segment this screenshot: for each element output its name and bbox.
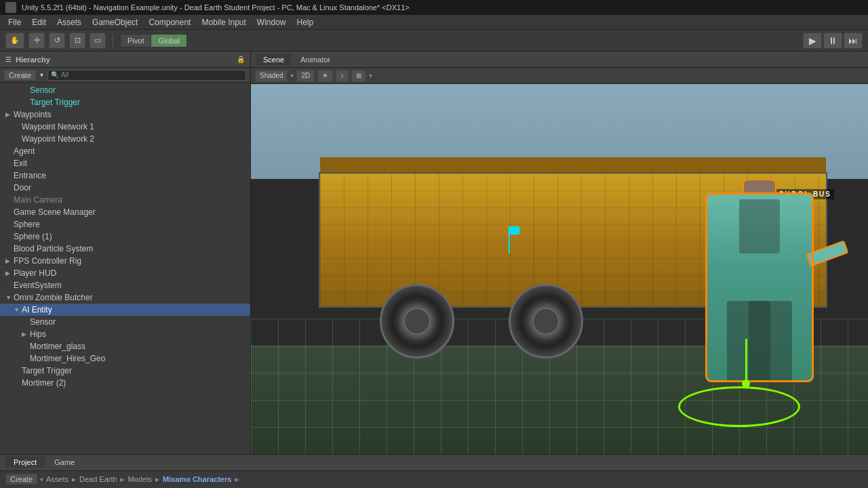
label-waypoint-net-1: Waypoint Network 1 [22,122,94,131]
label-target-trigger: Target Trigger [30,98,80,107]
hierarchy-list: Sensor Target Trigger ▶ Waypoints Waypoi… [0,83,250,454]
scene-flag [509,226,522,253]
label-omni-zombie: Omni Zombie Butcher [14,293,93,302]
label-mortimer-glass: Mortimer_glass [30,342,85,351]
breadcrumb-models[interactable]: Models [128,475,152,483]
list-item-door[interactable]: Door [0,182,250,194]
menu-help[interactable]: Help [292,16,319,28]
list-item-fps-rig[interactable]: ▶ FPS Controller Rig [0,255,250,267]
menu-window[interactable]: Window [252,16,292,28]
menu-assets[interactable]: Assets [52,16,87,28]
pivot-button[interactable]: Pivot [121,35,151,47]
breadcrumb: Assets ► Dead Earth ► Models ► Mixamo Ch… [46,475,240,483]
hierarchy-create-btn[interactable]: Create [4,70,36,81]
scene-header: Scene Animator [251,52,868,68]
menu-file[interactable]: File [3,16,26,28]
menu-bar: File Edit Assets GameObject Component Mo… [0,15,868,30]
list-item-omni-zombie[interactable]: ▼ Omni Zombie Butcher [0,291,250,304]
toolbar-sep-1 [113,34,113,47]
label-fps-rig: FPS Controller Rig [14,256,81,266]
list-item-mortimer-hires[interactable]: Mortimer_Hires_Geo [0,352,250,365]
wheel-hub-2 [532,308,559,335]
breadcrumb-arrow-1: ► [71,476,77,483]
breadcrumb-assets[interactable]: Assets [46,475,68,483]
tab-game[interactable]: Game [46,457,83,468]
breadcrumb-arrow-3: ► [154,476,161,483]
play-button[interactable]: ▶ [803,33,822,49]
label-exit: Exit [14,159,27,168]
label-player-hud: Player HUD [14,268,56,278]
hierarchy-search[interactable]: 🔍 All [47,70,246,81]
list-item-event-system[interactable]: EventSystem [0,279,250,291]
step-button[interactable]: ⏭ [844,33,863,49]
rect-tool[interactable]: ▭ [90,33,106,49]
pause-button[interactable]: ⏸ [823,33,842,49]
bottom-area: Project Game Create ▾ Assets ► Dead Eart… [0,454,868,488]
list-item-sphere[interactable]: Sphere [0,218,250,230]
arrow-player-hud: ▶ [5,270,14,277]
label-blood-particle: Blood Particle System [14,244,93,253]
label-agent: Agent [14,146,35,156]
label-sphere: Sphere [14,220,40,229]
list-item-hips[interactable]: ▶ Hips [0,328,250,340]
label-sensor2: Sensor [30,317,56,327]
list-item-exit[interactable]: Exit [0,157,250,169]
zombie-figure [705,192,814,382]
list-item-mortimer-2[interactable]: Mortimer (2) [0,377,250,389]
list-item-target-trigger[interactable]: Target Trigger [0,96,250,108]
list-item-waypoint-net-2[interactable]: Waypoint Network 2 [0,133,250,145]
light-btn[interactable]: ☀ [317,70,333,82]
list-item-game-scene[interactable]: Game Scene Manager [0,206,250,218]
global-button[interactable]: Global [151,35,186,47]
list-item-ai-entity[interactable]: ▼ AI Entity [0,304,250,316]
arrow-omni: ▼ [5,294,14,301]
wheel-front [380,284,454,359]
label-sensor: Sensor [30,85,56,95]
menu-component[interactable]: Component [143,16,196,28]
label-waypoint-net-2: Waypoint Network 2 [22,134,94,144]
breadcrumb-dead-earth[interactable]: Dead Earth [79,475,117,483]
list-item-entrance[interactable]: Entrance [0,169,250,182]
tab-project[interactable]: Project [5,457,45,468]
list-item-player-hud[interactable]: ▶ Player HUD [0,267,250,279]
label-event-system: EventSystem [14,281,62,290]
list-item-waypoints[interactable]: ▶ Waypoints [0,108,250,121]
bottom-tabs: Project Game [0,455,868,471]
list-item-target-trigger2[interactable]: Target Trigger [0,365,250,377]
tab-scene[interactable]: Scene [256,54,291,66]
list-item-main-camera[interactable]: Main Camera [0,194,250,206]
hierarchy-header: ☰ Hierarchy 🔒 [0,52,250,68]
label-hips: Hips [30,329,46,339]
wheel-hub-1 [403,308,431,335]
audio-btn[interactable]: ♪ [336,70,349,82]
scene-toolbar: Shaded ▾ 2D ☀ ♪ ⊞ ▾ [251,68,868,84]
list-item-waypoint-net-1[interactable]: Waypoint Network 1 [0,121,250,133]
play-controls: ▶ ⏸ ⏭ [803,33,863,49]
move-tool[interactable]: ✛ [28,33,45,49]
breadcrumb-end-arrow: ► [233,476,240,483]
list-item-sphere-1[interactable]: Sphere (1) [0,230,250,243]
hierarchy-all-label: All [61,71,68,79]
list-item-sensor2[interactable]: Sensor [0,316,250,328]
shading-btn[interactable]: Shaded [255,70,288,82]
label-entrance: Entrance [14,171,46,180]
list-item-sensor[interactable]: Sensor [0,84,250,96]
wheel-rear [509,284,583,359]
project-create-btn[interactable]: Create [5,474,37,485]
menu-gameobject[interactable]: GameObject [87,16,143,28]
label-waypoints: Waypoints [14,110,52,119]
rotate-tool[interactable]: ↺ [49,33,65,49]
menu-edit[interactable]: Edit [26,16,52,28]
fx-btn[interactable]: ⊞ [351,70,366,82]
hierarchy-panel: ☰ Hierarchy 🔒 Create ▾ 🔍 All Sensor Targ… [0,52,251,454]
scene-viewport[interactable]: SCHOOL BUS [251,84,868,454]
2d-btn[interactable]: 2D [296,70,315,82]
scale-tool[interactable]: ⊡ [69,33,85,49]
list-item-mortimer-glass[interactable]: Mortimer_glass [0,340,250,352]
hand-tool[interactable]: ✋ [5,33,24,49]
menu-mobileinput[interactable]: Mobile Input [196,16,251,28]
list-item-blood-particle[interactable]: Blood Particle System [0,243,250,255]
list-item-agent[interactable]: Agent [0,145,250,157]
tab-animator[interactable]: Animator [294,54,337,66]
breadcrumb-current[interactable]: Mixamo Characters [163,475,232,483]
